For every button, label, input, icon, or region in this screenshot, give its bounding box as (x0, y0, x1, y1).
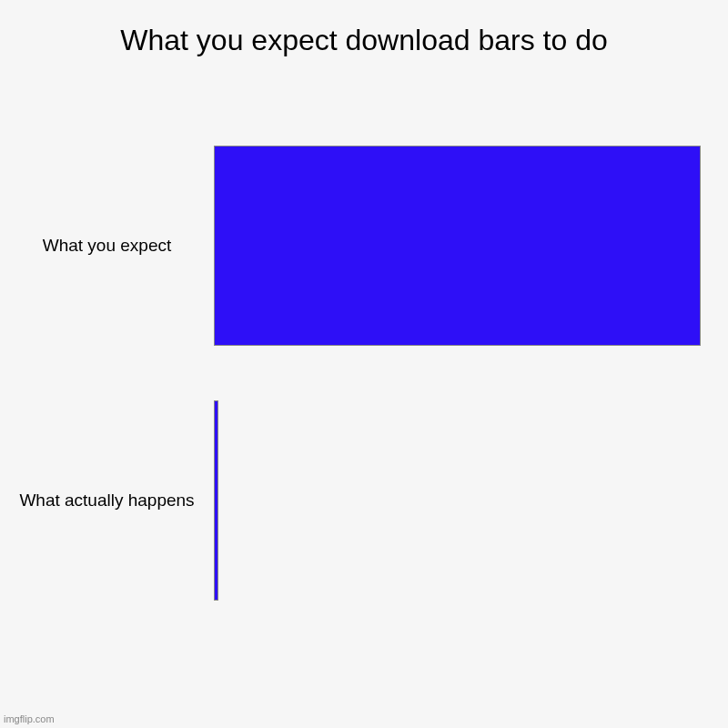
bar-expect (214, 146, 701, 346)
bar-zone (214, 400, 701, 601)
chart-area: What you expect What actually happens (0, 146, 728, 655)
bar-actual (214, 400, 218, 601)
watermark: imgflip.com (4, 713, 55, 724)
bar-row: What actually happens (0, 400, 728, 601)
bar-zone (214, 146, 701, 346)
category-label: What actually happens (0, 490, 214, 512)
bar-row: What you expect (0, 146, 728, 346)
chart-title: What you expect download bars to do (0, 0, 728, 57)
category-label: What you expect (0, 235, 214, 258)
